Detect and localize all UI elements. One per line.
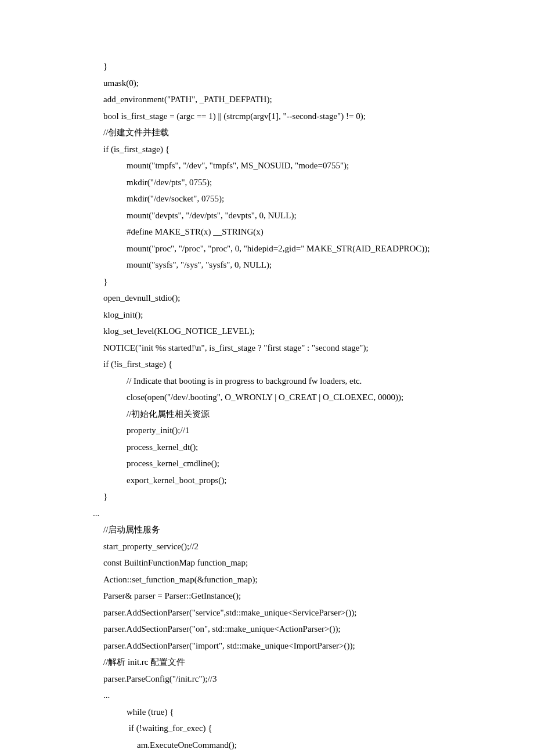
- code-line: start_property_service();//2: [93, 538, 493, 555]
- code-line: add_environment("PATH", _PATH_DEFPATH);: [93, 91, 493, 108]
- code-line: mount("sysfs", "/sys", "sysfs", 0, NULL)…: [93, 257, 493, 273]
- code-line: Parser& parser = Parser::GetInstance();: [93, 588, 493, 604]
- code-line: ...: [93, 505, 493, 522]
- code-line: //启动属性服务: [93, 521, 493, 538]
- code-line: //解析 init.rc 配置文件: [93, 654, 493, 671]
- code-line: restart_processes();: [93, 753, 493, 756]
- code-line: am.ExecuteOneCommand();: [93, 737, 493, 754]
- code-line: NOTICE("init %s started!\n", is_first_st…: [93, 340, 493, 357]
- code-line: property_init();//1: [93, 422, 493, 439]
- code-line: //初始化属性相关资源: [93, 406, 493, 423]
- code-line: mount("devpts", "/dev/pts", "devpts", 0,…: [93, 207, 493, 224]
- code-line: const BuiltinFunctionMap function_map;: [93, 555, 493, 571]
- code-line: }: [93, 58, 493, 75]
- code-line: parser.AddSectionParser("import", std::m…: [93, 638, 493, 654]
- code-line: if (!is_first_stage) {: [93, 356, 493, 373]
- code-line: umask(0);: [93, 75, 493, 92]
- code-line: parser.AddSectionParser("service",std::m…: [93, 604, 493, 621]
- code-line: Action::set_function_map(&function_map);: [93, 571, 493, 588]
- code-line: export_kernel_boot_props();: [93, 472, 493, 489]
- code-line: mkdir("/dev/socket", 0755);: [93, 190, 493, 207]
- code-line: while (true) {: [93, 704, 493, 721]
- code-line: bool is_first_stage = (argc == 1) || (st…: [93, 108, 493, 125]
- code-line: open_devnull_stdio();: [93, 290, 493, 307]
- code-line: ...: [93, 687, 493, 704]
- code-line: mount("tmpfs", "/dev", "tmpfs", MS_NOSUI…: [93, 157, 493, 174]
- document-page: }umask(0);add_environment("PATH", _PATH_…: [0, 0, 534, 756]
- code-line: close(open("/dev/.booting", O_WRONLY | O…: [93, 389, 493, 406]
- code-line: process_kernel_dt();: [93, 439, 493, 456]
- code-line: // Indicate that booting is in progress …: [93, 373, 493, 390]
- code-line: if (is_first_stage) {: [93, 141, 493, 158]
- code-line: if (!waiting_for_exec) {: [93, 720, 493, 737]
- code-line: parser.AddSectionParser("on", std::make_…: [93, 621, 493, 638]
- code-line: parser.ParseConfig("/init.rc");//3: [93, 671, 493, 687]
- code-line: mount("proc", "/proc", "proc", 0, "hidep…: [93, 240, 493, 257]
- code-line: #define MAKE_STR(x) __STRING(x): [93, 224, 493, 240]
- code-line: }: [93, 273, 493, 290]
- code-block: }umask(0);add_environment("PATH", _PATH_…: [93, 58, 493, 756]
- code-line: klog_set_level(KLOG_NOTICE_LEVEL);: [93, 323, 493, 340]
- code-line: klog_init();: [93, 307, 493, 323]
- code-line: }: [93, 488, 493, 505]
- code-line: mkdir("/dev/pts", 0755);: [93, 174, 493, 191]
- code-line: //创建文件并挂载: [93, 124, 493, 141]
- code-line: process_kernel_cmdline();: [93, 455, 493, 472]
